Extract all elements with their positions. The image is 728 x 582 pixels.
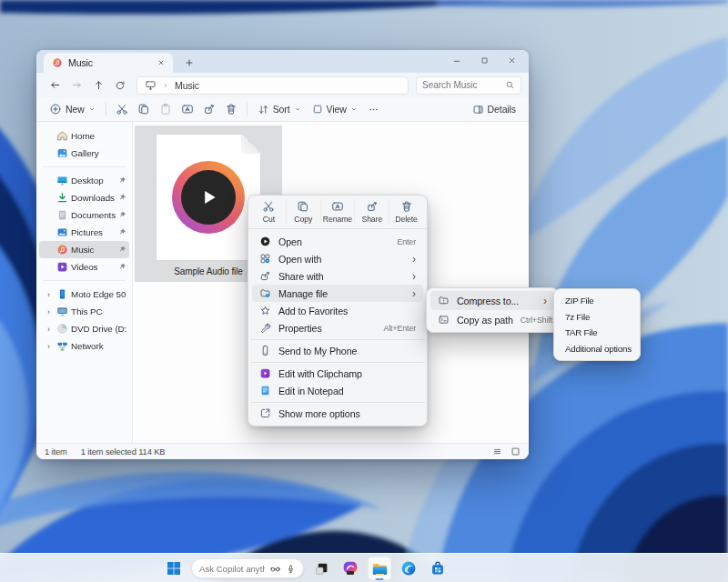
sidebar-item-downloads[interactable]: Downloads [39, 189, 129, 206]
phone-device-icon [56, 288, 68, 300]
sidebar-item-desktop[interactable]: Desktop [39, 172, 129, 189]
submenu-item-7z-file[interactable]: 7z File [558, 309, 636, 326]
chevron-right-icon[interactable]: › [44, 307, 54, 316]
status-bar: 1 item 1 item selected 114 KB [36, 443, 529, 459]
quick-rename-button[interactable]: Rename [320, 198, 355, 226]
rename-icon [181, 103, 194, 115]
start-button[interactable] [162, 557, 186, 580]
store-button[interactable] [426, 557, 450, 580]
chevron-right-icon[interactable]: › [44, 325, 54, 334]
quick-delete-label: Delete [395, 215, 418, 224]
tab-close-icon[interactable] [155, 56, 167, 69]
chevron-down-icon [350, 105, 358, 113]
breadcrumb[interactable]: Music [136, 76, 409, 95]
open-icon [259, 236, 271, 247]
phone-icon [259, 345, 271, 356]
forward-button[interactable] [67, 76, 86, 95]
rename-button[interactable] [177, 99, 198, 119]
submenu-item-tar-file[interactable]: TAR File [558, 325, 636, 341]
taskbar-search[interactable] [191, 558, 304, 578]
edge-icon [400, 560, 417, 577]
minimize-button[interactable] [443, 51, 470, 70]
chevron-right-icon[interactable]: › [44, 342, 54, 351]
delete-button[interactable] [220, 99, 242, 119]
submenu-item-compress-to[interactable]: Compress to... › [430, 291, 554, 310]
close-button[interactable] [498, 51, 525, 70]
menu-item-edit-with-clipchamp[interactable]: Edit with Clipchamp [252, 365, 423, 382]
menu-item-show-more-options[interactable]: Show more options [252, 405, 423, 422]
notepad-icon [259, 385, 271, 396]
quick-copy-button[interactable]: Copy [286, 198, 320, 226]
submenu-item-additional-options[interactable]: Additional options [558, 341, 636, 357]
copy-icon [137, 103, 150, 115]
menu-item-properties[interactable]: Properties Alt+Enter [252, 319, 423, 336]
list-view-toggle-icon[interactable] [492, 447, 502, 457]
sidebar-item-gallery[interactable]: Gallery [39, 145, 129, 162]
chevron-right-icon[interactable]: › [44, 290, 54, 299]
tab-music[interactable]: Music [44, 53, 173, 73]
quick-delete-button[interactable]: Delete [389, 198, 423, 226]
sidebar-item-this-pc[interactable]: › This PC [39, 303, 129, 320]
breadcrumb-location: Music [175, 80, 199, 91]
share-icon [366, 200, 379, 213]
selection-status: 1 item selected 114 KB [81, 447, 166, 457]
pictures-icon [56, 226, 68, 238]
menu-item-add-to-favorites[interactable]: Add to Favorites [252, 302, 423, 319]
maximize-button[interactable] [470, 51, 498, 70]
sidebar-item-videos[interactable]: Videos [39, 258, 129, 276]
home-icon [56, 130, 68, 142]
menu-item-send-to-my-phone[interactable]: Send to My Phone [252, 342, 423, 359]
paste-button[interactable] [155, 99, 177, 119]
view-icon [312, 104, 323, 115]
details-button[interactable]: Details [467, 99, 521, 119]
file-thumbnail [156, 134, 261, 261]
submenu-item-copy-as-path[interactable]: Copy as path Ctrl+Shift+C [430, 310, 554, 329]
sidebar-item-home[interactable]: Home [39, 127, 129, 145]
refresh-button[interactable] [111, 76, 129, 95]
menu-item-edit-in-notepad[interactable]: Edit in Notepad [252, 382, 423, 399]
menu-item-open[interactable]: Open Enter [252, 233, 423, 250]
sidebar-item-phone[interactable]: › Moto Edge 50 Neo [39, 286, 129, 303]
sidebar-item-pictures[interactable]: Pictures [39, 224, 129, 241]
cut-button[interactable] [111, 99, 133, 119]
file-explorer-button[interactable] [368, 557, 391, 580]
submenu-item-zip-file[interactable]: ZIP File [558, 293, 636, 309]
pin-icon [118, 263, 126, 271]
up-button[interactable] [89, 76, 107, 95]
shortcut-label: Alt+Enter [383, 324, 416, 333]
store-icon [430, 560, 446, 577]
quick-cut-button[interactable]: Cut [252, 198, 286, 226]
sidebar-item-documents[interactable]: Documents [39, 206, 129, 224]
menu-item-share-with[interactable]: Share with › [252, 267, 423, 285]
search-box[interactable] [416, 76, 521, 95]
icon-view-toggle-icon[interactable] [511, 447, 521, 457]
file-name-label: Sample Audio file [174, 266, 243, 276]
menu-item-open-with[interactable]: Open with › [252, 250, 423, 267]
new-button[interactable]: New [44, 99, 101, 119]
sidebar-item-dvd-drive[interactable]: › DVD Drive (D:) CCC [39, 320, 129, 337]
view-button[interactable]: View [307, 99, 363, 119]
taskbar-search-input[interactable] [199, 564, 265, 574]
pin-icon [118, 194, 126, 202]
sort-button[interactable]: Sort [252, 99, 307, 119]
more-button[interactable] [363, 99, 385, 119]
menu-item-manage-file[interactable]: Manage file › [252, 285, 423, 302]
back-button[interactable] [46, 76, 64, 95]
quick-share-label: Share [361, 215, 382, 224]
copy-button[interactable] [133, 99, 155, 119]
sort-label: Sort [273, 104, 290, 115]
share-button[interactable] [198, 99, 220, 119]
sidebar-item-network[interactable]: › Network [39, 337, 129, 355]
edge-button[interactable] [397, 557, 420, 580]
m365-copilot-button[interactable] [339, 557, 362, 580]
new-tab-button[interactable] [180, 54, 198, 72]
play-icon [197, 186, 220, 209]
microphone-icon [286, 564, 296, 574]
address-bar: Music [36, 73, 529, 97]
compress-to-submenu: ZIP File 7z File TAR File Additional opt… [553, 288, 641, 361]
search-input[interactable] [422, 80, 501, 90]
task-view-button[interactable] [309, 557, 333, 580]
sidebar-item-music[interactable]: Music [39, 241, 129, 258]
quick-share-button[interactable]: Share [354, 198, 389, 226]
toolbar-separator [247, 103, 248, 116]
